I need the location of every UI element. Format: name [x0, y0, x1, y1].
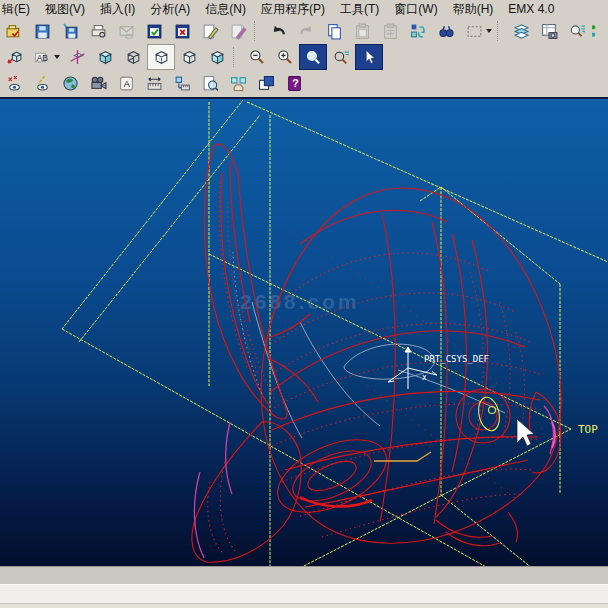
menu-insert[interactable]: 插入(I)	[100, 1, 135, 18]
regenerate-icon[interactable]	[404, 18, 432, 44]
window-close-icon[interactable]	[168, 18, 196, 44]
print-icon[interactable]	[84, 18, 112, 44]
copy-icon[interactable]	[320, 18, 348, 44]
menu-analysis[interactable]: 分析(A)	[150, 1, 190, 18]
wireframe-cube-icon[interactable]	[119, 44, 147, 70]
menu-edit[interactable]: 辑(E)	[2, 1, 30, 18]
fish-wireframe[interactable]	[192, 144, 561, 562]
save-a-copy-icon[interactable]	[56, 18, 84, 44]
selection-filter-caret-icon[interactable]	[486, 29, 492, 33]
selection-filter-icon[interactable]	[460, 18, 488, 44]
highlighted-edge[interactable]	[374, 452, 431, 461]
shaded-cube-icon[interactable]	[91, 44, 119, 70]
clipped-edge-icon[interactable]	[591, 18, 603, 44]
layers-icon[interactable]	[507, 18, 535, 44]
drag-handles-icon[interactable]	[224, 71, 252, 97]
redo-icon[interactable]	[292, 18, 320, 44]
find-icon[interactable]	[432, 18, 460, 44]
svg-text:?: ?	[292, 77, 298, 89]
save-icon[interactable]	[28, 18, 56, 44]
menu-emx[interactable]: EMX 4.0	[508, 2, 554, 16]
model-size-icon[interactable]	[168, 71, 196, 97]
paste-icon[interactable]	[348, 18, 376, 44]
toolbar-view: AB	[0, 44, 608, 70]
3d-viewport[interactable]: 2688.com TOP	[0, 97, 608, 568]
zoom-in-icon[interactable]	[271, 44, 299, 70]
globe-icon[interactable]	[56, 71, 84, 97]
new-model-icon[interactable]	[0, 18, 28, 44]
model-markup-icon[interactable]	[196, 18, 224, 44]
toolbar-file	[0, 18, 608, 44]
paste-special-icon[interactable]	[376, 18, 404, 44]
menu-applications[interactable]: 应用程序(P)	[261, 1, 325, 18]
select-arrow-icon[interactable]	[355, 44, 383, 70]
window-activate-icon[interactable]	[140, 18, 168, 44]
svg-text:A: A	[123, 79, 129, 89]
datum-planes	[62, 100, 608, 568]
watermark-text: 2688.com	[240, 290, 360, 313]
status-bar	[0, 566, 608, 585]
annotation-ab-icon[interactable]: AB	[28, 44, 56, 70]
menu-help[interactable]: 帮助(H)	[453, 1, 494, 18]
message-area-lower	[0, 603, 608, 608]
point-cloud	[208, 182, 545, 554]
view-camera-icon[interactable]	[84, 71, 112, 97]
point-display-icon[interactable]	[0, 71, 28, 97]
svg-text:AB: AB	[36, 52, 48, 62]
menu-info[interactable]: 信息(N)	[205, 1, 246, 18]
undo-icon[interactable]	[264, 18, 292, 44]
datum-plane-label-top[interactable]: TOP	[578, 423, 598, 436]
toolbar-datum-display: A ?	[0, 70, 608, 97]
menu-window[interactable]: 窗口(W)	[394, 1, 437, 18]
view-manager-icon[interactable]	[563, 18, 591, 44]
measure-icon[interactable]	[140, 71, 168, 97]
no-hidden-cube-icon[interactable]	[175, 44, 203, 70]
toolbar-separator	[497, 21, 505, 41]
mouse-cursor-icon	[517, 419, 534, 446]
model-tree-icon[interactable]	[535, 18, 563, 44]
menu-view[interactable]: 视图(V)	[45, 1, 85, 18]
csys-axis-x-label: x	[422, 373, 427, 382]
menu-tools[interactable]: 工具(T)	[340, 1, 379, 18]
annotation-display-icon[interactable]: A	[112, 71, 140, 97]
mail-icon[interactable]	[112, 18, 140, 44]
info-preview-icon[interactable]	[196, 71, 224, 97]
datum-display-icon[interactable]	[63, 44, 91, 70]
zoom-out-icon[interactable]	[243, 44, 271, 70]
menu-bar: 辑(E) 视图(V) 插入(I) 分析(A) 信息(N) 应用程序(P) 工具(…	[0, 0, 608, 18]
enhanced-shaded-cube-icon[interactable]	[203, 44, 231, 70]
refit-icon[interactable]	[299, 44, 327, 70]
annotation-ab-caret-icon[interactable]	[54, 55, 60, 59]
saved-views-icon[interactable]	[0, 44, 28, 70]
csys-label[interactable]: PRT_CSYS_DEF	[424, 354, 489, 364]
toolbar-separator	[233, 47, 241, 67]
zoom-window-icon[interactable]	[327, 44, 355, 70]
help-icon[interactable]: ?	[280, 71, 308, 97]
cad-application-window: 辑(E) 视图(V) 插入(I) 分析(A) 信息(N) 应用程序(P) 工具(…	[0, 0, 608, 608]
window-tile-icon[interactable]	[252, 71, 280, 97]
toolbar-separator	[254, 21, 262, 41]
axis-display-icon[interactable]	[28, 71, 56, 97]
model-scene: 2688.com TOP	[0, 99, 608, 568]
message-area[interactable]	[0, 584, 608, 604]
cleanup-icon[interactable]	[224, 18, 252, 44]
status-message	[0, 567, 608, 573]
hidden-line-cube-icon[interactable]	[147, 44, 175, 70]
